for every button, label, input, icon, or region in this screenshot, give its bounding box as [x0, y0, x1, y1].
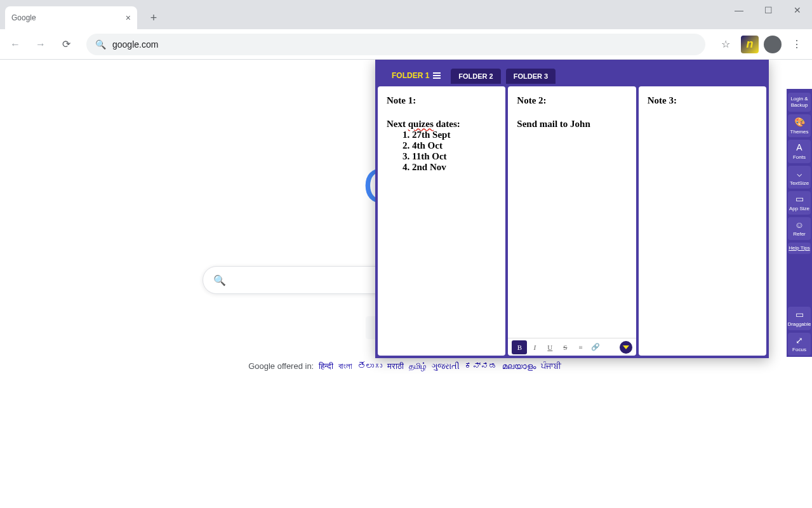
note-title: Note 1: [387, 95, 496, 106]
url-input[interactable] [112, 39, 696, 50]
rail-help-button[interactable]: Help Tips [788, 243, 811, 254]
note-toolbar: B I U S ≡ 🔗 [508, 338, 636, 356]
maximize-button[interactable]: ☐ [754, 0, 783, 20]
note-title: Note 3: [648, 95, 757, 106]
browser-tab[interactable]: Google × [5, 6, 137, 29]
language-link[interactable]: ਪੰਜਾਬੀ [541, 361, 561, 371]
notes-body: Note 1: Next quizes dates: 27th Sept4th … [375, 84, 769, 358]
language-link[interactable]: বাংলা [338, 361, 352, 371]
rail-focus-button[interactable]: ⤢Focus [788, 333, 811, 356]
language-row: Google offered in: हिन्दीবাংলাతెలుగుमराठ… [0, 361, 812, 371]
chrome-menu-button[interactable]: ⋮ [787, 34, 807, 55]
bold-button[interactable]: B [512, 340, 527, 354]
note-title: Note 2: [517, 95, 627, 106]
note-list: 27th Sept4th Oct11th Oct2nd Nov [412, 130, 496, 173]
note-editor[interactable]: Note 3: [639, 86, 766, 356]
window-controls: — ☐ ✕ [724, 0, 812, 20]
rail-refer-button[interactable]: ☺Refer [788, 217, 811, 240]
rail-themes-button[interactable]: 🎨Themes [788, 114, 811, 137]
new-tab-button[interactable]: + [145, 9, 163, 27]
tab-close-icon[interactable]: × [126, 13, 131, 23]
folder-tab-3[interactable]: FOLDER 3 [506, 69, 556, 84]
folder-tabs: FOLDER 1 FOLDER 2 FOLDER 3 [375, 60, 769, 84]
expand-icon: ⤢ [795, 335, 803, 346]
minimize-button[interactable]: — [724, 0, 754, 20]
browser-tab-strip: Google × + — ☐ ✕ [0, 0, 812, 29]
folder-tab-2[interactable]: FOLDER 2 [451, 69, 500, 84]
rail-textsize-button[interactable]: ⌵TextSize [788, 166, 811, 189]
forward-button[interactable]: → [30, 34, 51, 55]
address-bar: ← → ⟳ 🔍 ☆ n ⋮ [0, 29, 812, 60]
smile-icon: ☺ [795, 220, 804, 231]
language-link[interactable]: मराठी [387, 361, 404, 371]
rail-fonts-button[interactable]: AFonts [788, 140, 811, 163]
underline-button[interactable]: U [542, 340, 557, 354]
language-link[interactable]: മലയാളം [502, 361, 536, 371]
note-column-2[interactable]: Note 2: Send mail to John B I U S ≡ 🔗 [508, 86, 636, 356]
bookmark-button[interactable]: ☆ [715, 34, 736, 55]
folder-tab-1[interactable]: FOLDER 1 [387, 67, 446, 84]
language-link[interactable]: தமிழ் [409, 361, 427, 371]
list-item: 2nd Nov [412, 162, 496, 173]
list-item: 27th Sept [412, 130, 496, 140]
rail-login-button[interactable]: Login & Backup [788, 93, 811, 112]
search-icon: 🔍 [95, 39, 106, 50]
textsize-icon: ⌵ [797, 168, 802, 179]
folder-tab-label: FOLDER 1 [392, 71, 429, 80]
back-button[interactable]: ← [5, 34, 25, 55]
rail-appsize-button[interactable]: ▭App Size [788, 191, 811, 214]
notes-extension-icon[interactable]: n [741, 36, 759, 53]
search-icon: 🔍 [213, 274, 226, 286]
hamburger-icon[interactable] [433, 72, 441, 79]
drag-icon: ▭ [795, 309, 804, 320]
list-item: 4th Oct [412, 140, 496, 151]
italic-button[interactable]: I [527, 340, 542, 354]
note-editor[interactable]: Note 2: Send mail to John [508, 86, 636, 338]
rail-draggable-button[interactable]: ▭Draggable [788, 307, 811, 330]
list-button[interactable]: ≡ [573, 340, 588, 354]
language-link[interactable]: తెలుగు [357, 361, 382, 371]
link-button[interactable]: 🔗 [588, 340, 603, 354]
note-heading: Next quizes dates: [387, 119, 496, 130]
reload-button[interactable]: ⟳ [56, 34, 76, 55]
appsize-icon: ▭ [795, 194, 804, 204]
tab-title: Google [11, 13, 36, 22]
note-body: Send mail to John [517, 119, 627, 130]
language-link[interactable]: ગુજરાતી [432, 361, 460, 371]
strike-button[interactable]: S [557, 340, 573, 354]
font-icon: A [796, 142, 802, 153]
palette-icon: 🎨 [794, 117, 805, 128]
close-window-button[interactable]: ✕ [783, 0, 812, 20]
offered-in-label: Google offered in: [248, 361, 314, 371]
url-input-wrapper[interactable]: 🔍 [86, 34, 705, 55]
profile-button[interactable] [764, 36, 782, 53]
notes-panel: FOLDER 1 FOLDER 2 FOLDER 3 Note 1: Next … [375, 60, 769, 358]
page-content: Goo 🔍 Google Search Google offered in: ह… [0, 60, 812, 508]
note-column-1[interactable]: Note 1: Next quizes dates: 27th Sept4th … [378, 86, 505, 356]
note-editor[interactable]: Note 1: Next quizes dates: 27th Sept4th … [378, 86, 505, 356]
language-link[interactable]: हिन्दी [319, 361, 333, 371]
list-item: 11th Oct [412, 151, 496, 162]
language-link[interactable]: ಕನ್ನಡ [465, 361, 497, 371]
note-column-3[interactable]: Note 3: [639, 86, 766, 356]
extension-side-rail: Login & Backup 🎨Themes AFonts ⌵TextSize … [787, 89, 812, 357]
toolbar-more-button[interactable] [620, 341, 632, 354]
